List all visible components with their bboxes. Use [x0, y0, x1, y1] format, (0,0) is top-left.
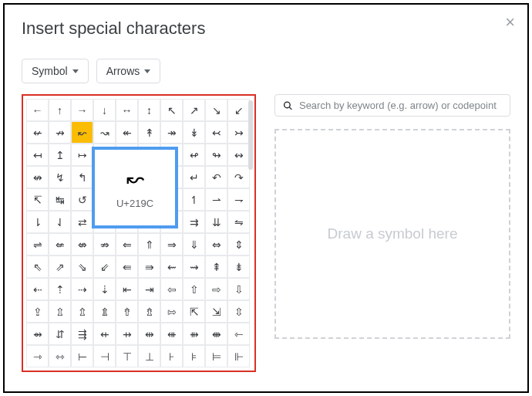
character-cell[interactable]: ↠ — [160, 121, 183, 144]
character-cell[interactable]: ⇻ — [183, 323, 205, 345]
character-cell[interactable]: ⇭ — [93, 300, 116, 323]
search-input[interactable] — [299, 100, 502, 111]
character-cell[interactable]: ↝ — [93, 121, 116, 144]
character-cell[interactable]: ⇡ — [49, 278, 71, 300]
character-cell[interactable]: ⇖ — [26, 256, 49, 278]
character-cell[interactable]: ⇴ — [26, 323, 49, 345]
character-cell[interactable]: ⇫ — [49, 300, 71, 323]
character-cell[interactable]: ⇛ — [138, 256, 160, 278]
character-cell[interactable]: ⇣ — [93, 278, 116, 300]
character-cell[interactable]: ⇪ — [26, 300, 49, 323]
character-cell[interactable]: ↯ — [49, 166, 71, 188]
character-cell[interactable]: ↕ — [138, 99, 160, 121]
scrollbar[interactable] — [248, 100, 253, 170]
character-cell[interactable]: → — [71, 99, 93, 121]
character-cell[interactable]: ↙ — [227, 99, 250, 121]
character-cell[interactable]: ⊣ — [93, 345, 116, 367]
character-cell[interactable]: ⇼ — [205, 323, 227, 345]
character-cell[interactable]: ⇝ — [183, 256, 205, 278]
character-cell[interactable]: ↮ — [26, 166, 49, 188]
character-cell[interactable]: ⇺ — [160, 323, 183, 345]
character-cell[interactable]: ⊧ — [183, 345, 205, 367]
character-cell[interactable]: ⇞ — [205, 256, 227, 278]
character-cell[interactable]: ⇤ — [116, 278, 138, 300]
character-cell[interactable]: ⇯ — [138, 300, 160, 323]
character-cell[interactable]: ⇉ — [183, 211, 205, 233]
character-cell[interactable]: ⇿ — [49, 345, 71, 367]
character-cell[interactable]: ⇳ — [227, 300, 250, 323]
character-cell[interactable]: ⇹ — [138, 323, 160, 345]
character-cell[interactable]: ⇥ — [138, 278, 160, 300]
character-cell[interactable]: ↺ — [71, 188, 93, 211]
character-cell[interactable]: ↰ — [71, 166, 93, 188]
character-cell[interactable]: ⊨ — [205, 345, 227, 367]
character-cell[interactable]: ⇠ — [26, 278, 49, 300]
character-cell[interactable]: ↜ — [71, 121, 93, 144]
character-cell[interactable]: ↤ — [26, 144, 49, 166]
character-cell[interactable]: ⇒ — [160, 233, 183, 256]
character-cell[interactable]: ⇁ — [227, 188, 250, 211]
character-cell[interactable]: ⇍ — [49, 233, 71, 256]
character-cell[interactable]: ⇬ — [71, 300, 93, 323]
character-cell[interactable]: ⇊ — [205, 211, 227, 233]
character-cell[interactable]: ⇔ — [205, 233, 227, 256]
character-cell[interactable]: ↞ — [116, 121, 138, 144]
character-cell[interactable]: ⇄ — [71, 211, 93, 233]
character-cell[interactable]: ⇗ — [49, 256, 71, 278]
character-cell[interactable]: ↹ — [49, 188, 71, 211]
character-cell[interactable]: ↵ — [183, 166, 205, 188]
subcategory-dropdown[interactable]: Arrows — [96, 59, 161, 83]
character-cell[interactable]: ⇱ — [183, 300, 205, 323]
character-cell[interactable]: ↭ — [227, 144, 250, 166]
character-cell[interactable]: ⇌ — [26, 233, 49, 256]
character-cell[interactable]: ⇶ — [71, 323, 93, 345]
draw-canvas[interactable]: Draw a symbol here — [274, 129, 510, 339]
character-cell[interactable]: ⇢ — [71, 278, 93, 300]
character-cell[interactable]: ⇕ — [227, 233, 250, 256]
character-cell[interactable]: ↸ — [26, 188, 49, 211]
character-cell[interactable]: ↔ — [116, 99, 138, 121]
character-cell[interactable]: ⇓ — [183, 233, 205, 256]
character-cell[interactable]: ⇦ — [160, 278, 183, 300]
character-cell[interactable]: ↣ — [227, 121, 250, 144]
character-cell[interactable]: ↥ — [49, 144, 71, 166]
character-cell[interactable]: ↚ — [26, 121, 49, 144]
character-cell[interactable]: ⇙ — [93, 256, 116, 278]
character-cell[interactable]: ↟ — [138, 121, 160, 144]
character-cell[interactable]: ↫ — [183, 144, 205, 166]
character-cell[interactable]: ⇾ — [26, 345, 49, 367]
character-cell[interactable]: ⊤ — [116, 345, 138, 367]
character-cell[interactable]: ⇃ — [49, 211, 71, 233]
character-cell[interactable]: ⇚ — [116, 256, 138, 278]
character-cell[interactable]: ↷ — [227, 166, 250, 188]
character-cell[interactable]: ↗ — [183, 99, 205, 121]
character-cell[interactable]: ↶ — [205, 166, 227, 188]
character-cell[interactable]: ⊥ — [138, 345, 160, 367]
character-cell[interactable]: ⇟ — [227, 256, 250, 278]
search-box[interactable] — [274, 94, 510, 117]
character-cell[interactable]: ↓ — [93, 99, 116, 121]
character-cell[interactable]: ← — [26, 99, 49, 121]
character-cell[interactable]: ⇵ — [49, 323, 71, 345]
character-cell[interactable]: ⇮ — [116, 300, 138, 323]
character-cell[interactable]: ⊩ — [227, 345, 250, 367]
character-cell[interactable]: ⇧ — [183, 278, 205, 300]
character-cell[interactable]: ⇏ — [93, 233, 116, 256]
character-cell[interactable]: ⇘ — [71, 256, 93, 278]
character-cell[interactable]: ↿ — [183, 188, 205, 211]
character-cell[interactable]: ⇎ — [71, 233, 93, 256]
character-cell[interactable]: ⇽ — [227, 323, 250, 345]
close-icon[interactable]: × — [505, 14, 515, 31]
character-cell[interactable]: ⇰ — [160, 300, 183, 323]
character-cell[interactable]: ↬ — [205, 144, 227, 166]
character-cell[interactable]: ⇷ — [93, 323, 116, 345]
character-cell[interactable]: ⇲ — [205, 300, 227, 323]
character-cell[interactable]: ⇂ — [26, 211, 49, 233]
character-cell[interactable]: ⇨ — [205, 278, 227, 300]
character-cell[interactable]: ↡ — [183, 121, 205, 144]
character-cell[interactable]: ↑ — [49, 99, 71, 121]
character-cell[interactable]: ⇋ — [227, 211, 250, 233]
character-cell[interactable]: ⇸ — [116, 323, 138, 345]
character-cell[interactable]: ↢ — [205, 121, 227, 144]
character-cell[interactable]: ⇑ — [138, 233, 160, 256]
